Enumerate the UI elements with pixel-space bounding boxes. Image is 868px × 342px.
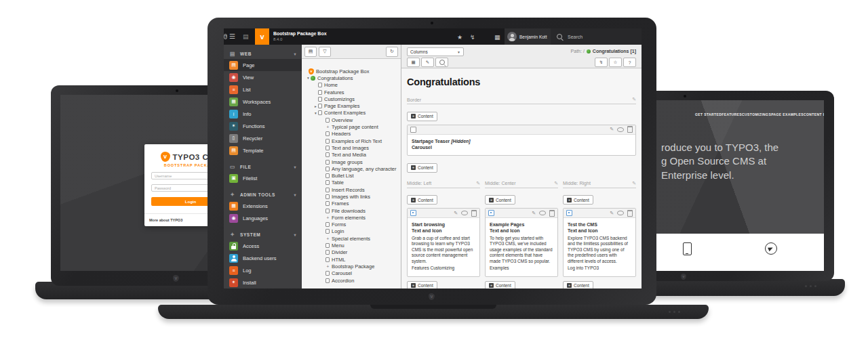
tree-item-text-and-images[interactable]: Text and Images — [302, 144, 401, 151]
card-link[interactable]: Log into TYPO3 — [568, 265, 631, 272]
search-button[interactable] — [435, 58, 448, 67]
help-button[interactable]: ? — [623, 58, 636, 67]
sidebar-item-info[interactable]: iInfo — [224, 108, 302, 120]
sidebar-item-extensions[interactable]: ▦Extensions — [224, 200, 302, 212]
nav-item-content-examples[interactable]: CONTENT EXAMPLES — [804, 112, 824, 116]
card-link[interactable]: Features Customizing — [412, 265, 475, 272]
visibility-icon[interactable] — [461, 211, 468, 215]
sidebar-item-recycler[interactable]: ▯Recycler — [224, 132, 302, 144]
trash-icon[interactable] — [471, 210, 477, 217]
tree-item-typical-page-content[interactable]: +Typical page content — [302, 123, 401, 130]
collapse-arrow-icon[interactable]: ▾ — [313, 111, 318, 115]
tree-item-login[interactable]: Login — [302, 228, 401, 235]
tree-item-bullet-list[interactable]: Bullet List — [302, 172, 401, 179]
add-content-button[interactable]: +Content — [485, 195, 515, 205]
sidebar-item-languages[interactable]: ◉Languages — [224, 212, 302, 224]
tree-item-headers[interactable]: Headers — [302, 131, 401, 137]
trash-icon[interactable] — [627, 126, 633, 133]
add-content-button[interactable]: +Content — [485, 281, 515, 288]
module-section-header-system[interactable]: ✦SYSTEM▾ — [224, 229, 302, 240]
content-element-card[interactable]: ✎ Startpage Teaser [Hidden] Carousel — [407, 125, 636, 156]
tree-item-accordion[interactable]: Accordion — [302, 277, 401, 284]
module-section-header-web[interactable]: ▤WEB▾ — [224, 48, 302, 59]
columns-select[interactable]: Columns ▼ — [407, 47, 464, 56]
card-link[interactable]: Examples — [490, 265, 553, 272]
tree-item-insert-records[interactable]: Insert Records — [302, 186, 401, 193]
tree-item-overview[interactable]: Overview — [302, 116, 401, 123]
add-content-button[interactable]: +Content — [407, 281, 437, 288]
bookmark-button[interactable]: ☆ — [609, 58, 622, 67]
cache-bolt-button[interactable]: ↯ — [595, 58, 608, 67]
tree-item-examples-of-rich-text[interactable]: Examples of Rich Text — [302, 137, 401, 144]
sidebar-item-workspaces[interactable]: ▦Workspaces — [224, 95, 302, 108]
edit-column-icon[interactable]: ✎ — [476, 181, 480, 186]
refresh-button[interactable]: ↻ — [386, 47, 398, 57]
visibility-icon[interactable] — [617, 127, 624, 132]
content-element-card[interactable]: ✎Start browsingText and IconGrab a cup o… — [407, 208, 480, 277]
nav-item-features[interactable]: FEATURES — [722, 112, 742, 116]
tree-item-customizings[interactable]: Customizings — [302, 95, 401, 102]
sidebar-item-access[interactable]: Access — [224, 240, 302, 252]
tree-item-table[interactable]: Table — [302, 179, 401, 186]
add-content-button[interactable]: + Content — [407, 112, 437, 121]
edit-column-icon[interactable]: ✎ — [632, 97, 636, 102]
hamburger-icon[interactable]: ☰ — [229, 33, 235, 41]
edit-icon[interactable]: ✎ — [532, 211, 536, 216]
tree-item-image-groups[interactable]: Image groups — [302, 158, 401, 165]
edit-column-icon[interactable]: ✎ — [554, 181, 558, 186]
sidebar-item-page[interactable]: ▤Page — [224, 59, 302, 71]
tree-item-content-examples[interactable]: ▾Content Examples — [302, 110, 401, 116]
sidebar-item-log[interactable]: ≡Log — [224, 264, 302, 276]
layout-view-button[interactable]: ▦ — [407, 58, 420, 67]
tree-item-html[interactable]: HTML — [302, 256, 401, 263]
tree-item-bootstrap-package[interactable]: +Bootstrap Package — [302, 263, 401, 270]
sidebar-item-install[interactable]: ✶Install — [224, 276, 302, 288]
edit-column-icon[interactable]: ✎ — [632, 181, 636, 186]
add-content-button[interactable]: +Content — [563, 281, 593, 288]
sidebar-item-backend-users[interactable]: Backend users — [224, 252, 302, 264]
nav-item-get-started[interactable]: GET STARTED — [695, 112, 722, 116]
bookmark-star-icon[interactable]: ★ — [457, 33, 462, 41]
tree-item-menu[interactable]: Menu — [302, 242, 401, 249]
visibility-icon[interactable] — [539, 211, 546, 215]
clear-cache-bolt-icon[interactable]: ↯ — [470, 33, 475, 41]
nav-item-customizings[interactable]: CUSTOMIZINGS — [742, 112, 771, 116]
sidebar-item-filelist[interactable]: ▣Filelist — [224, 172, 302, 184]
tree-item-file-downloads[interactable]: File downloads — [302, 207, 401, 214]
add-content-button[interactable]: +Content — [407, 195, 437, 205]
tree-item-home[interactable]: Home — [302, 82, 401, 89]
filter-button[interactable]: ▽ — [319, 47, 331, 57]
sidebar-item-functions[interactable]: ✶Functions — [224, 120, 302, 132]
tree-item-carousel[interactable]: Carousel — [302, 270, 401, 277]
new-page-button[interactable]: ▤ — [304, 47, 317, 57]
tree-item-text-and-media[interactable]: Text and Media — [302, 152, 401, 158]
expand-arrow-icon[interactable]: ▸ — [313, 104, 318, 108]
trash-icon[interactable] — [549, 210, 555, 217]
tree-item-any-language-any-character[interactable]: Any language, any character — [302, 165, 401, 172]
tree-item-images-with-links[interactable]: Images with links — [302, 193, 401, 200]
module-section-header-admin-tools[interactable]: ✦ADMIN TOOLS▾ — [224, 189, 302, 200]
sidebar-item-list[interactable]: ≡List — [224, 83, 302, 95]
edit-icon[interactable]: ✎ — [610, 127, 614, 132]
add-content-button[interactable]: +Content — [563, 195, 593, 205]
edit-page-button[interactable]: ✎ — [421, 58, 434, 67]
content-element-card[interactable]: ✎Example PagesText and IconTo help get y… — [485, 208, 558, 277]
help-icon[interactable]: ? — [224, 34, 227, 39]
tree-item-divider[interactable]: Divider — [302, 249, 401, 256]
tree-root[interactable]: v Bootstrap Package Box — [302, 68, 401, 74]
module-section-header-file[interactable]: ▭FILE▾ — [224, 161, 302, 172]
grid-icon[interactable]: ▦ — [494, 33, 500, 41]
search-input[interactable] — [566, 34, 637, 40]
sidebar-item-template[interactable]: ▤Template — [224, 144, 302, 156]
visibility-icon[interactable] — [617, 211, 624, 215]
edit-icon[interactable]: ✎ — [610, 211, 614, 216]
sidebar-item-view[interactable]: ◉View — [224, 71, 302, 83]
tree-item-special-elements[interactable]: +Special elements — [302, 235, 401, 242]
tree-item-frames[interactable]: Frames — [302, 200, 401, 207]
modules-toggle-icon[interactable]: ▤ — [243, 33, 249, 41]
tree-item-features[interactable]: Features — [302, 89, 401, 95]
collapse-arrow-icon[interactable]: ▾ — [306, 76, 311, 80]
edit-icon[interactable]: ✎ — [454, 211, 458, 216]
content-element-card[interactable]: ✎Test the CMSText and IconExplore TYPO3 … — [563, 208, 636, 277]
tree-item-page-examples[interactable]: ▸Page Examples — [302, 102, 401, 109]
